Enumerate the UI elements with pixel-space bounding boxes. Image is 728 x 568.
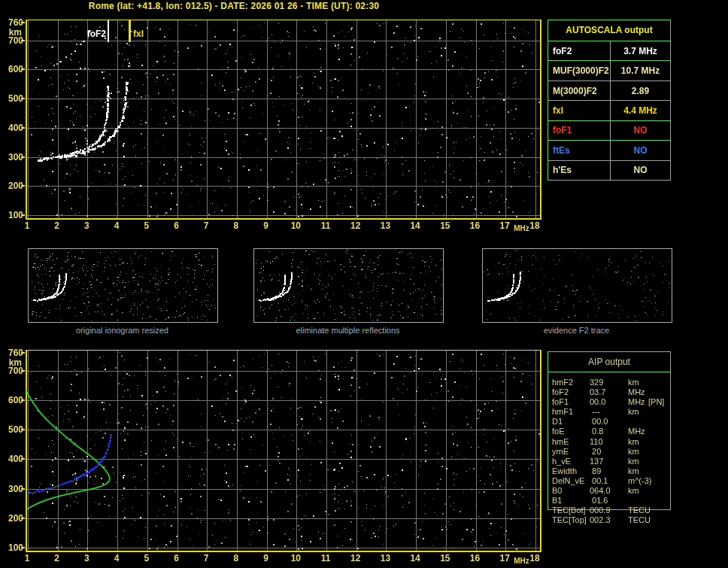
autoscala-row-value: NO	[611, 161, 670, 180]
aip-row-label: TEC[Bot]	[552, 506, 586, 515]
aip-row-label: TEC[Top]	[552, 515, 587, 525]
aip-row-label: B1	[552, 496, 562, 506]
aip-row-label: D1	[552, 417, 563, 427]
aip-row-label: foF1	[552, 397, 569, 407]
aip-table-row: hmF2329km	[548, 378, 728, 387]
aip-table-row: D1 00.0	[548, 417, 728, 427]
autoscala-screen: Rome (lat: +41.8, lon: 012.5) - DATE: 20…	[0, 0, 728, 568]
aip-row-label: hmE	[552, 437, 569, 447]
aip-table-row: TEC[Top]002.3TECU	[548, 515, 728, 525]
autoscala-row-value: 3.7 MHz	[611, 41, 670, 60]
aip-table-header: AIP output	[548, 352, 670, 372]
aip-table-row: foE 0.8MHz	[548, 427, 728, 436]
autoscala-row-label: MUF(3000)F2	[548, 61, 611, 80]
aip-row-value: 329	[590, 378, 603, 387]
aip-row-label: hmF2	[552, 378, 573, 387]
aip-row-unit: km	[628, 407, 639, 417]
thumbnail-caption: eliminate multiple reflections	[253, 326, 443, 335]
autoscala-row-label: h'Es	[548, 161, 611, 180]
aip-row-unit: MHz	[628, 387, 645, 397]
aip-row-unit: km	[628, 447, 639, 457]
aip-row-extra: [PN]	[648, 397, 664, 407]
autoscala-row-label: M(3000)F2	[548, 81, 611, 100]
autoscala-table-row: M(3000)F22.89	[548, 80, 670, 100]
autoscala-table-row: ftEsNO	[548, 140, 670, 159]
aip-table-row: ymE 20km	[548, 447, 728, 457]
aip-row-value: 000.9	[590, 506, 611, 515]
aip-table-row: h_vE137km	[548, 457, 728, 466]
aip-row-unit: km	[628, 486, 639, 496]
aip-row-value: 0.8	[590, 427, 603, 436]
aip-table-row: foF100.0MHz[PN]	[548, 397, 728, 407]
autoscala-row-label: foF1	[548, 121, 611, 140]
aip-row-unit: MHz	[628, 397, 645, 407]
aip-table-row: hmF1 ---km	[548, 407, 728, 417]
autoscala-table-row: h'EsNO	[548, 160, 670, 180]
profile-ionogram-plot	[0, 337, 549, 568]
autoscala-table-row: fxI4.4 MHz	[548, 100, 670, 120]
aip-table-row: hmE110km	[548, 437, 728, 447]
autoscala-row-value: NO	[611, 121, 670, 140]
aip-row-value: 00.0	[590, 417, 608, 427]
autoscala-row-label: fxI	[548, 101, 611, 120]
autoscala-row-label: foF2	[548, 41, 611, 60]
autoscala-row-value: 4.4 MHz	[611, 101, 670, 120]
aip-table-row: DelN_vE 00.1m^(-3)	[548, 476, 728, 486]
aip-row-label: B0	[552, 486, 562, 496]
thumbnail-original-ionogram	[28, 248, 218, 323]
autoscala-table-row: foF1NO	[548, 120, 670, 140]
autoscala-table-row: foF23.7 MHz	[548, 41, 670, 60]
thumbnail-evidence-f2-trace	[482, 248, 672, 323]
aip-row-value: 110	[590, 437, 603, 447]
autoscala-row-value: 2.89	[611, 81, 670, 100]
aip-table-row: B0064.0km	[548, 486, 728, 496]
aip-row-label: foF2	[552, 387, 569, 397]
aip-row-value: 89	[590, 466, 601, 476]
autoscala-table-row: MUF(3000)F210.7 MHz	[548, 60, 670, 80]
aip-row-value: 00.0	[590, 397, 605, 407]
aip-row-unit: TECU	[628, 515, 651, 525]
aip-row-label: h_vE	[552, 457, 571, 466]
autoscala-table-header: AUTOSCALA output	[548, 20, 670, 41]
aip-row-value: 002.3	[590, 515, 611, 525]
aip-row-unit: km	[628, 457, 639, 466]
aip-table-rows: hmF2329kmfoF203.7MHzfoF100.0MHz[PN]hmF1 …	[548, 373, 728, 525]
thumbnail-caption: original ionogram resized	[27, 326, 217, 335]
aip-row-label: ymE	[552, 447, 569, 457]
aip-row-value: 00.1	[590, 476, 608, 486]
aip-table-row: B1 01.6	[548, 496, 728, 506]
autoscala-row-label: ftEs	[548, 141, 611, 159]
aip-row-unit: km	[628, 466, 639, 476]
aip-row-unit: TECU	[628, 506, 651, 515]
thumbnail-eliminate-reflections	[253, 248, 444, 323]
aip-row-unit: m^(-3)	[628, 476, 651, 486]
aip-row-value: 064.0	[590, 486, 611, 496]
autoscala-row-value: NO	[611, 141, 670, 159]
aip-table-row: Ewidth 89km	[548, 466, 728, 476]
autoscala-row-value: 10.7 MHz	[611, 61, 670, 80]
aip-row-label: DelN_vE	[552, 476, 584, 486]
aip-table-row: TEC[Bot]000.9TECU	[548, 506, 728, 515]
aip-row-label: Ewidth	[552, 466, 577, 476]
autoscaled-ionogram-plot	[0, 0, 549, 237]
aip-row-unit: km	[628, 437, 639, 447]
aip-table-row: foF203.7MHz	[548, 387, 728, 397]
aip-row-value: 03.7	[590, 387, 605, 397]
aip-row-unit: MHz	[628, 427, 645, 436]
aip-row-value: 01.6	[590, 496, 608, 506]
autoscala-output-table: AUTOSCALA output foF23.7 MHzMUF(3000)F21…	[548, 20, 671, 181]
aip-row-value: ---	[590, 407, 600, 417]
aip-row-value: 137	[590, 457, 603, 466]
aip-row-value: 20	[590, 447, 601, 457]
aip-row-label: foE	[552, 427, 565, 436]
aip-row-unit: km	[628, 378, 639, 387]
thumbnail-caption: evidence F2 trace	[481, 326, 672, 335]
aip-row-label: hmF1	[552, 407, 573, 417]
